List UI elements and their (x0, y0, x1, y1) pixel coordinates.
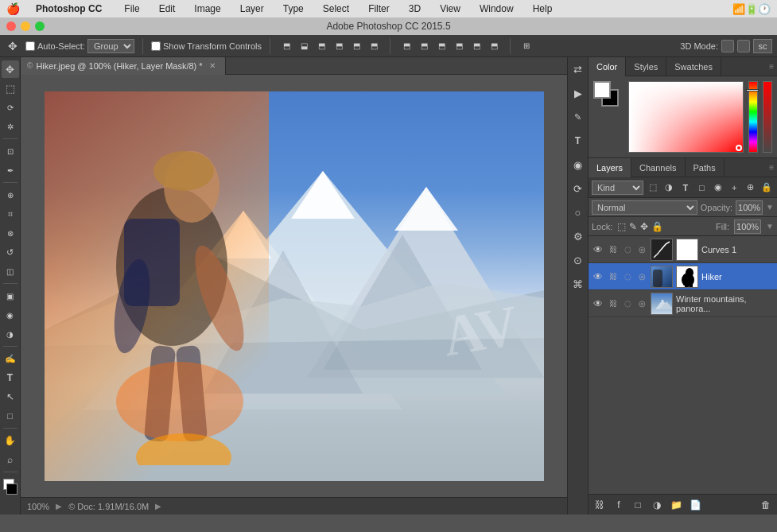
new-layer-icon[interactable]: 📄 (687, 497, 703, 513)
filter-add-icon[interactable]: + (728, 181, 742, 195)
close-button[interactable] (6, 21, 16, 31)
layer-style-mountains[interactable]: ◌ (622, 298, 633, 309)
window-controls[interactable] (6, 21, 45, 31)
delete-layer-icon[interactable]: 🗑 (758, 497, 774, 513)
layer-link-curves[interactable]: ⛓ (608, 244, 619, 255)
tab-color[interactable]: Color (589, 57, 626, 76)
brush-side-icon[interactable]: ⌘ (569, 275, 587, 293)
eraser-tool[interactable]: ◫ (2, 262, 19, 280)
3d-mode-input[interactable] (753, 39, 772, 53)
canvas-container[interactable]: AV (21, 75, 567, 497)
eyedropper-tool[interactable]: ✒ (2, 161, 19, 179)
lock-transparent-icon[interactable]: ⬚ (617, 221, 626, 232)
add-mask-icon[interactable]: □ (630, 497, 646, 513)
layer-mask-hiker[interactable]: ◎ (636, 271, 647, 282)
healing-tool[interactable]: ⊕ (2, 186, 19, 204)
history-brush-tool[interactable]: ↺ (2, 243, 19, 261)
align-center-v-icon[interactable]: ⬒ (348, 38, 364, 54)
menu-layer[interactable]: Layer (237, 3, 267, 14)
menu-file[interactable]: File (121, 3, 142, 14)
filter-smart-icon[interactable]: ◉ (711, 181, 725, 195)
layer-row-hiker[interactable]: 👁 ⛓ ◌ ◎ (589, 263, 777, 290)
filter-lock-icon[interactable]: 🔒 (760, 181, 775, 195)
document-tab[interactable]: © Hiker.jpeg @ 100% (Hiker, Layer Mask/8… (21, 57, 226, 75)
auto-select-checkbox[interactable] (25, 41, 35, 51)
tab-paths[interactable]: Paths (686, 158, 725, 177)
layer-row-mountains[interactable]: 👁 ⛓ ◌ ◎ Winter mountains, panora... (589, 290, 777, 317)
clone-tool[interactable]: ⊗ (2, 224, 19, 242)
menu-type[interactable]: Type (280, 3, 307, 14)
layer-visibility-mountains[interactable]: 👁 (592, 297, 604, 310)
align-bottom-icon[interactable]: ⬒ (313, 38, 329, 54)
layers-panel-menu-icon[interactable]: ≡ (766, 163, 777, 172)
color-spectrum[interactable] (628, 81, 744, 153)
lock-position-icon[interactable]: ✥ (640, 221, 648, 232)
rotate-3d-icon[interactable]: ⟳ (569, 180, 587, 197)
filter-adjustment-icon[interactable]: ◑ (662, 181, 677, 195)
pen-icon[interactable]: ✎ (569, 108, 587, 126)
gradient-tool[interactable]: ▣ (2, 287, 19, 305)
maximize-button[interactable] (35, 21, 45, 31)
new-adjustment-icon[interactable]: ◑ (649, 497, 665, 513)
foreground-swatch[interactable] (593, 81, 611, 99)
link-layers-icon[interactable]: ⛓ (592, 497, 608, 513)
layer-link-mountains[interactable]: ⛓ (608, 298, 619, 309)
dodge-tool[interactable]: ◑ (2, 325, 19, 343)
tab-styles[interactable]: Styles (626, 57, 666, 76)
menu-edit[interactable]: Edit (156, 3, 179, 14)
filter-pixel-icon[interactable]: ⬚ (646, 181, 660, 195)
menu-help[interactable]: Help (530, 3, 556, 14)
play-icon[interactable]: ▶ (569, 84, 587, 102)
quick-select-tool[interactable]: ✲ (2, 118, 19, 135)
hand-tool[interactable]: ✋ (2, 432, 19, 449)
align-left-icon[interactable]: ⬒ (331, 38, 347, 54)
new-group-icon[interactable]: 📁 (668, 497, 684, 513)
menu-select[interactable]: Select (320, 3, 352, 14)
distribute-left-icon[interactable]: ⬒ (451, 38, 467, 54)
tab-swatches[interactable]: Swatches (666, 57, 721, 76)
brush-tool[interactable]: ⌗ (2, 205, 19, 223)
camera-icon[interactable]: ⊙ (569, 251, 587, 269)
layer-mask-mountains[interactable]: ◎ (636, 298, 647, 309)
add-style-icon[interactable]: f (611, 497, 627, 513)
filter-type-icon[interactable]: T (678, 181, 693, 195)
zoom-tool[interactable]: ⌕ (2, 451, 19, 468)
auto-align-icon[interactable]: ⊞ (519, 38, 534, 54)
tab-close-button[interactable]: ✕ (206, 61, 219, 70)
fill-input[interactable] (734, 219, 761, 234)
arrows-icon[interactable]: ⇄ (569, 60, 587, 78)
alpha-strip[interactable] (763, 81, 772, 153)
menu-image[interactable]: Image (191, 3, 223, 14)
filter-shape-icon[interactable]: □ (695, 181, 709, 195)
color-panel-menu-icon[interactable]: ≡ (766, 62, 777, 71)
lasso-tool[interactable]: ⟳ (2, 99, 19, 116)
distribute-v-icon[interactable]: ⬒ (416, 38, 432, 54)
layer-style-curves[interactable]: ◌ (622, 244, 633, 255)
auto-select-dropdown[interactable]: Group Layer (87, 39, 134, 53)
align-top-icon[interactable]: ⬒ (278, 38, 294, 54)
menu-filter[interactable]: Filter (365, 3, 393, 14)
3d-rotate-btn[interactable] (721, 40, 734, 52)
pen-tool[interactable]: ✍ (2, 350, 19, 367)
type-tool[interactable]: T (2, 369, 19, 386)
crop-tool[interactable]: ⊡ (2, 142, 19, 160)
hue-strip[interactable] (748, 81, 758, 153)
tab-channels[interactable]: Channels (631, 158, 685, 177)
type-icon[interactable]: T (569, 132, 587, 150)
distribute-top-icon[interactable]: ⬒ (398, 38, 414, 54)
3d-roll-btn[interactable] (737, 40, 750, 52)
distribute-h-icon[interactable]: ⬒ (468, 38, 484, 54)
marquee-tool[interactable]: ⬚ (2, 80, 19, 97)
distribute-right-icon[interactable]: ⬒ (486, 38, 502, 54)
layer-visibility-curves[interactable]: 👁 (592, 243, 604, 256)
shape-icon[interactable]: ◉ (569, 156, 587, 173)
layer-row-curves[interactable]: 👁 ⛓ ◌ ◎ Curves 1 (589, 236, 777, 263)
opacity-input[interactable] (736, 200, 763, 215)
settings-icon[interactable]: ⚙ (569, 227, 587, 245)
apple-menu[interactable]: 🍎 (6, 2, 20, 15)
menu-view[interactable]: View (437, 3, 464, 14)
menu-3d[interactable]: 3D (406, 3, 424, 14)
minimize-button[interactable] (21, 21, 30, 31)
circle-icon[interactable]: ○ (569, 204, 587, 221)
blur-tool[interactable]: ◉ (2, 306, 19, 324)
